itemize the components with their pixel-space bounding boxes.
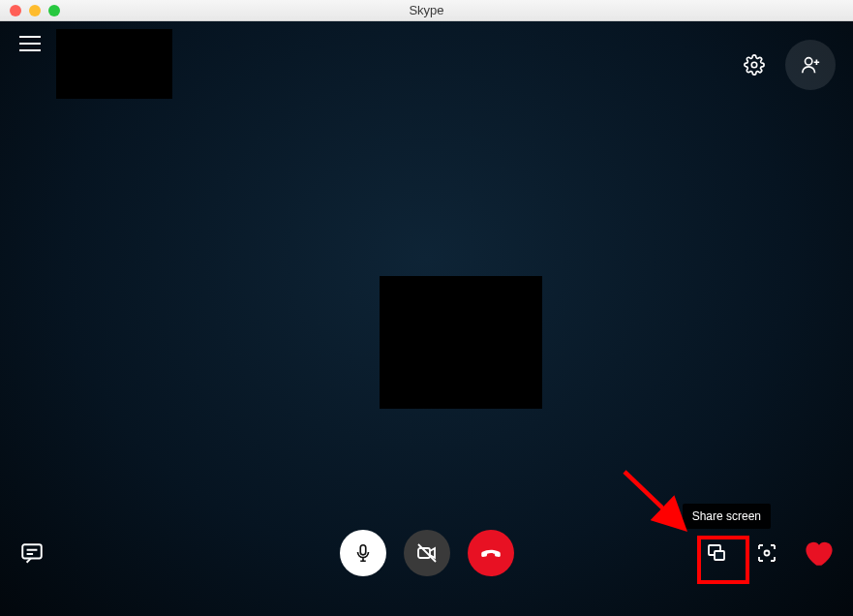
snapshot-icon[interactable] bbox=[752, 539, 781, 568]
end-call-button[interactable] bbox=[468, 530, 514, 576]
top-right-group bbox=[741, 40, 836, 90]
svg-rect-6 bbox=[715, 551, 724, 560]
settings-icon[interactable] bbox=[741, 51, 768, 78]
heart-icon[interactable] bbox=[803, 537, 836, 570]
svg-point-0 bbox=[751, 62, 757, 68]
window-titlebar: Skype bbox=[0, 0, 853, 21]
window-title: Skype bbox=[409, 3, 443, 17]
minimize-window-button[interactable] bbox=[29, 5, 41, 16]
call-controls bbox=[340, 530, 514, 576]
svg-rect-3 bbox=[360, 545, 366, 555]
share-screen-icon[interactable] bbox=[702, 539, 731, 568]
share-screen-tooltip: Share screen bbox=[683, 504, 771, 529]
svg-rect-2 bbox=[22, 544, 42, 558]
chat-icon[interactable] bbox=[17, 539, 46, 568]
svg-point-1 bbox=[806, 58, 812, 65]
svg-point-7 bbox=[765, 551, 770, 556]
contact-name-redacted bbox=[56, 29, 172, 99]
video-off-button[interactable] bbox=[404, 530, 450, 576]
close-window-button[interactable] bbox=[10, 5, 21, 16]
window-controls bbox=[0, 5, 60, 16]
top-bar bbox=[0, 41, 853, 89]
microphone-button[interactable] bbox=[340, 530, 386, 576]
maximize-window-button[interactable] bbox=[48, 5, 60, 16]
bottom-bar bbox=[0, 527, 853, 579]
add-person-icon[interactable] bbox=[785, 40, 836, 90]
top-left-group bbox=[17, 31, 172, 99]
call-view: Share screen bbox=[0, 21, 853, 616]
video-feed-redacted bbox=[380, 276, 542, 409]
menu-icon[interactable] bbox=[17, 31, 43, 56]
right-controls bbox=[702, 537, 836, 570]
